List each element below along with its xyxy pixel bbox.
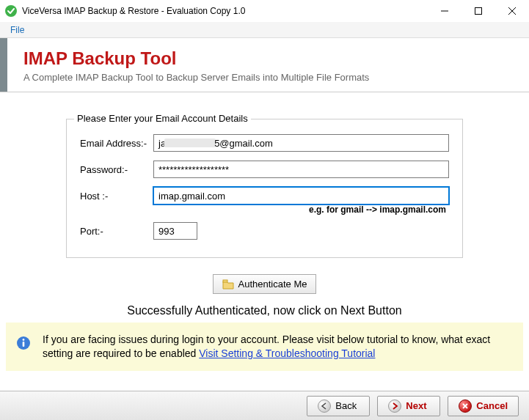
email-label: Email Address:-: [80, 138, 153, 149]
header: IMAP Backup Tool A Complete IMAP Backup …: [0, 38, 529, 92]
svg-point-7: [23, 339, 25, 341]
info-icon: [16, 336, 31, 354]
svg-rect-8: [23, 342, 25, 347]
close-button[interactable]: [495, 0, 529, 22]
menubar: File: [0, 22, 529, 38]
title-part1: IMAP: [23, 48, 72, 68]
menu-file[interactable]: File: [7, 23, 27, 37]
window-title: ViceVersa IMAP Backup & Restore - Evalua…: [22, 6, 428, 16]
title-part2: Backup Tool: [72, 48, 176, 68]
host-hint: e.g. for gmail --> imap.gmail.com: [80, 205, 449, 215]
info-strip: If you are facing issues during login to…: [6, 323, 523, 371]
port-row: Port:-: [80, 222, 449, 240]
window-controls: [428, 0, 529, 22]
back-label: Back: [335, 400, 357, 411]
cancel-x-icon: [459, 399, 472, 413]
next-button[interactable]: Next: [377, 396, 440, 416]
svg-point-0: [5, 5, 17, 17]
authenticate-button[interactable]: Authenticate Me: [213, 274, 317, 294]
email-field[interactable]: ja5@gmail.com: [153, 134, 449, 152]
email-row: Email Address:- ja5@gmail.com: [80, 134, 449, 152]
email-suffix: 5@gmail.com: [214, 138, 273, 149]
next-arrow-icon: [388, 399, 401, 413]
authenticate-label: Authenticate Me: [238, 279, 307, 290]
account-details-group: Please Enter your Email Account Details …: [66, 119, 463, 258]
password-row: Password:-: [80, 161, 449, 178]
content: Please Enter your Email Account Details …: [0, 92, 529, 325]
svg-rect-2: [475, 8, 482, 15]
password-field[interactable]: [153, 161, 449, 178]
back-arrow-icon: [318, 399, 331, 413]
maximize-button[interactable]: [461, 0, 495, 22]
redacted-segment: [164, 139, 216, 147]
folder-icon: [222, 279, 234, 290]
host-label: Host :-: [80, 191, 153, 202]
authenticate-row: Authenticate Me: [66, 274, 463, 294]
svg-rect-5: [223, 280, 227, 282]
back-button[interactable]: Back: [307, 396, 370, 416]
info-link[interactable]: Visit Setting & Troubleshooting Tutorial: [199, 347, 375, 359]
titlebar: ViceVersa IMAP Backup & Restore - Evalua…: [0, 0, 529, 22]
header-accent: [0, 38, 7, 92]
password-label: Password:-: [80, 164, 153, 175]
group-legend: Please Enter your Email Account Details: [74, 113, 251, 124]
host-row: Host :-: [80, 187, 449, 205]
cancel-button[interactable]: Cancel: [448, 396, 519, 416]
footer: Back Next Cancel: [0, 391, 529, 420]
page-title: IMAP Backup Tool: [23, 48, 369, 69]
status-message: Successfully Authenticated, now click on…: [66, 304, 463, 317]
minimize-button[interactable]: [428, 0, 461, 22]
port-field[interactable]: [153, 222, 197, 240]
port-label: Port:-: [80, 226, 153, 237]
host-field[interactable]: [153, 187, 449, 205]
app-icon: [4, 4, 18, 18]
page-subtitle: A Complete IMAP Backup Tool to Backup Se…: [23, 72, 369, 83]
cancel-label: Cancel: [476, 400, 508, 411]
next-label: Next: [406, 400, 426, 411]
